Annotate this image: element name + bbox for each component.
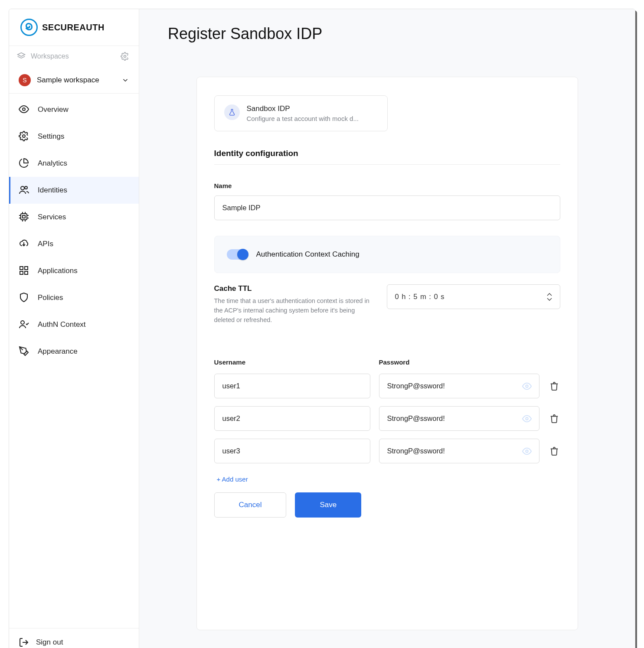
brand-logo-icon <box>20 19 38 36</box>
layers-icon <box>17 52 26 61</box>
main: Register Sandbox IDP Sandbox IDP Configu… <box>139 9 635 648</box>
workspaces-label: Workspaces <box>31 52 69 60</box>
svg-point-5 <box>25 186 27 189</box>
nav-label: AuthN Context <box>38 320 86 329</box>
user-check-icon <box>19 319 30 330</box>
svg-rect-6 <box>21 214 27 220</box>
page-title: Register Sandbox IDP <box>139 9 635 51</box>
nav-applications[interactable]: Applications <box>9 257 139 284</box>
svg-point-1 <box>124 55 126 58</box>
nav-analytics[interactable]: Analytics <box>9 150 139 177</box>
chevron-down-icon <box>121 76 129 84</box>
nav-label: Analytics <box>38 159 67 168</box>
nav: Overview Settings Analytics Identities S… <box>9 94 139 628</box>
nav-authn-context[interactable]: AuthN Context <box>9 311 139 338</box>
sign-out-label: Sign out <box>36 638 63 647</box>
trash-icon[interactable] <box>548 381 560 391</box>
password-input[interactable] <box>379 374 539 398</box>
cache-ttl-value: 0 h : 5 m : 0 s <box>395 293 445 301</box>
users-header: Username Password <box>214 358 560 366</box>
trash-icon[interactable] <box>548 446 560 456</box>
workspace-name: Sample workspace <box>37 76 115 85</box>
svg-marker-0 <box>18 53 25 56</box>
brand: SECUREAUTH <box>9 9 139 46</box>
content: Sandbox IDP Configure a test account wit… <box>139 51 635 648</box>
grid-icon <box>19 265 30 277</box>
password-input[interactable] <box>379 439 539 463</box>
svg-point-24 <box>526 417 528 420</box>
cpu-icon <box>19 212 30 223</box>
eye-icon[interactable] <box>522 446 532 456</box>
password-col-label: Password <box>379 358 560 366</box>
sign-out-icon <box>19 637 29 648</box>
idp-summary-card: Sandbox IDP Configure a test account wit… <box>214 95 388 131</box>
users-icon <box>19 185 30 196</box>
idp-desc: Configure a test account with mock d... <box>247 115 359 122</box>
cache-ttl-desc: The time that a user's authentication co… <box>214 296 376 325</box>
password-input[interactable] <box>379 406 539 431</box>
svg-point-23 <box>526 385 528 387</box>
svg-point-4 <box>21 186 24 190</box>
cloud-download-icon <box>19 238 30 250</box>
selected-workspace[interactable]: S Sample workspace <box>9 67 139 94</box>
pie-chart-icon <box>19 158 30 169</box>
svg-rect-18 <box>25 267 28 270</box>
svg-point-3 <box>23 135 25 137</box>
eye-icon[interactable] <box>522 381 532 391</box>
nav-label: Settings <box>38 132 64 141</box>
nav-services[interactable]: Services <box>9 204 139 231</box>
spinner-icon[interactable] <box>547 293 552 301</box>
gear-icon[interactable] <box>121 52 129 61</box>
form-actions: Cancel Save <box>214 492 560 518</box>
user-row <box>214 406 560 431</box>
svg-rect-20 <box>25 271 28 274</box>
svg-rect-17 <box>20 267 23 270</box>
nav-identities[interactable]: Identities <box>9 177 139 204</box>
trash-icon[interactable] <box>548 414 560 423</box>
username-col-label: Username <box>214 358 370 366</box>
nav-label: Appearance <box>38 347 78 356</box>
svg-rect-19 <box>20 271 23 274</box>
cache-ttl-row: Cache TTL The time that a user's authent… <box>214 284 560 325</box>
idp-title: Sandbox IDP <box>247 104 359 113</box>
nav-apis[interactable]: APIs <box>9 231 139 257</box>
gear-icon <box>19 131 30 142</box>
nav-label: APIs <box>38 240 53 248</box>
shield-icon <box>19 292 30 303</box>
brand-text: SECUREAUTH <box>42 23 105 33</box>
nav-label: Applications <box>38 267 78 275</box>
sidebar: SECUREAUTH Workspaces S Sample workspace <box>9 9 139 648</box>
workspace-avatar: S <box>19 74 31 86</box>
name-input[interactable] <box>214 195 560 220</box>
section-identity-config: Identity configuration <box>214 149 560 165</box>
nav-appearance[interactable]: Appearance <box>9 338 139 365</box>
save-button[interactable]: Save <box>295 492 361 518</box>
nav-policies[interactable]: Policies <box>9 284 139 311</box>
nav-label: Policies <box>38 293 63 302</box>
nav-label: Services <box>38 213 66 221</box>
name-label: Name <box>214 182 560 189</box>
username-input[interactable] <box>214 374 370 398</box>
nav-label: Identities <box>38 186 67 195</box>
cancel-button[interactable]: Cancel <box>214 492 287 518</box>
form-card: Sandbox IDP Configure a test account wit… <box>196 77 578 630</box>
flask-icon <box>224 104 240 120</box>
svg-point-21 <box>21 321 24 324</box>
username-input[interactable] <box>214 439 370 463</box>
cache-ttl-input[interactable]: 0 h : 5 m : 0 s <box>387 284 560 309</box>
nav-settings[interactable]: Settings <box>9 123 139 150</box>
toggle-switch[interactable] <box>227 249 248 260</box>
workspaces-nav[interactable]: Workspaces <box>9 46 139 67</box>
user-row <box>214 374 560 398</box>
nav-overview[interactable]: Overview <box>9 96 139 123</box>
pen-icon <box>19 346 30 357</box>
eye-icon[interactable] <box>522 414 532 423</box>
user-row <box>214 439 560 463</box>
toggle-label: Authentication Context Caching <box>256 250 360 259</box>
svg-rect-7 <box>23 215 25 218</box>
sign-out[interactable]: Sign out <box>9 628 139 648</box>
username-input[interactable] <box>214 406 370 431</box>
eye-icon <box>19 104 30 115</box>
cache-ttl-heading: Cache TTL <box>214 284 376 293</box>
add-user-link[interactable]: + Add user <box>214 475 560 483</box>
